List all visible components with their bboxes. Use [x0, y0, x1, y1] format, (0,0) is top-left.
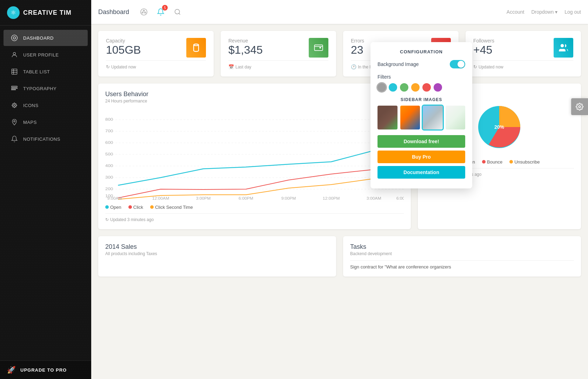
followers-icon [554, 38, 573, 58]
svg-point-18 [15, 104, 16, 105]
chart-section: Users Behavior 24 Hours performance 800 [98, 84, 581, 229]
svg-text:500: 500 [105, 152, 113, 157]
errors-value: 23 [351, 44, 364, 56]
bottom-section: 2014 Sales All products including Taxes … [98, 236, 581, 277]
svg-text:6:00AM: 6:00AM [396, 197, 404, 200]
users-behavior-card: Users Behavior 24 Hours performance 800 [98, 84, 411, 229]
sidebar-item-dashboard[interactable]: DASHBOARD [4, 30, 88, 46]
sidebar-images-row [377, 106, 465, 129]
notifications-button[interactable]: 5 [155, 6, 166, 18]
pie-chart: 20% [471, 99, 527, 155]
revenue-label: Revenue [228, 38, 263, 44]
logo-icon: ⚛ [7, 6, 20, 19]
chart-legend: Open Click Click Second Time [105, 205, 404, 210]
pie-legend-bounce: Bounce [482, 159, 502, 165]
filter-cyan[interactable] [389, 83, 397, 92]
sidebar-images-label: SIDEBAR IMAGES [377, 97, 465, 102]
svg-text:20%: 20% [494, 124, 505, 130]
filter-red[interactable] [422, 83, 431, 92]
filters-section: Filters [377, 74, 465, 92]
svg-point-15 [13, 104, 14, 105]
search-icon[interactable] [172, 6, 183, 18]
revenue-card: Revenue $1,345 📅 Last day [221, 31, 336, 77]
sidebar-item-notifications-label: NOTIFICATIONS [23, 137, 60, 142]
settings-gear-button[interactable] [571, 98, 588, 115]
svg-point-20 [141, 9, 147, 15]
sidebar-item-user-profile-label: USER PROFILE [23, 52, 59, 58]
icons-icon [11, 101, 18, 109]
svg-text:200: 200 [105, 187, 113, 191]
background-image-row: Background Image [377, 60, 465, 68]
user-icon [11, 51, 18, 59]
svg-text:400: 400 [105, 164, 113, 168]
filter-orange[interactable] [411, 83, 420, 92]
filter-colors-row [377, 83, 465, 92]
clock-icon: 🕐 [351, 64, 356, 69]
filter-gray[interactable] [377, 83, 386, 92]
sidebar-item-notifications[interactable]: NOTIFICATIONS [4, 131, 88, 147]
header: Dashboard 5 Account Dropdown ▾ Log out [91, 0, 588, 24]
sidebar-image-3[interactable] [423, 106, 443, 129]
table-icon [11, 68, 18, 75]
sidebar: ⚛ CREATIVE TIM DASHBOARD USER PROFILE TA… [0, 0, 91, 379]
sidebar-image-1[interactable] [377, 106, 397, 129]
svg-point-22 [142, 12, 143, 13]
palette-icon[interactable] [138, 6, 149, 18]
sidebar-logo: ⚛ CREATIVE TIM [0, 0, 91, 26]
chevron-down-icon: ▾ [555, 9, 557, 15]
svg-rect-26 [314, 45, 322, 51]
capacity-footer: ↻ Updated now [106, 60, 206, 69]
sidebar-image-2[interactable] [400, 106, 420, 129]
filter-green[interactable] [400, 83, 408, 92]
documentation-button[interactable]: Documentation [377, 166, 465, 179]
dropdown-menu[interactable]: Dropdown ▾ [531, 9, 557, 15]
errors-label: Errors [351, 38, 364, 44]
typography-icon [11, 85, 18, 92]
tasks-card: Tasks Backend development Sign contract … [343, 236, 581, 277]
logout-button[interactable]: Log out [564, 9, 581, 15]
background-image-toggle[interactable] [450, 60, 465, 68]
upgrade-to-pro-button[interactable]: 🚀 UPGRADE TO PRO [0, 360, 91, 379]
buy-pro-button[interactable]: Buy Pro [377, 151, 465, 163]
svg-point-10 [14, 105, 15, 106]
tasks-title: Tasks [350, 243, 574, 251]
svg-point-55 [579, 106, 581, 108]
chart-title: Users Behavior [105, 91, 404, 98]
legend-click2: Click Second Time [150, 205, 193, 210]
page-content: Capacity 105GB ↻ Updated now Revenue [91, 24, 588, 379]
svg-point-19 [14, 120, 15, 122]
svg-rect-3 [12, 69, 17, 74]
calendar-icon: 📅 [228, 64, 234, 69]
dropdown-label: Dropdown [531, 9, 554, 15]
svg-text:600: 600 [105, 140, 113, 145]
sidebar-item-typography[interactable]: TYPOGRAPHY [4, 80, 88, 97]
chart-subtitle: 24 Hours performance [105, 99, 404, 104]
svg-point-1 [13, 37, 16, 39]
revenue-footer: 📅 Last day [228, 60, 328, 69]
revenue-value: $1,345 [228, 44, 263, 56]
dashboard-icon [11, 34, 18, 42]
sidebar-item-typography-label: TYPOGRAPHY [23, 86, 56, 91]
maps-icon [11, 118, 18, 126]
sidebar-item-table-list[interactable]: TABLE LIST [4, 64, 88, 80]
filter-purple[interactable] [434, 83, 442, 92]
sidebar-item-icons[interactable]: ICONS [4, 97, 88, 113]
account-link[interactable]: Account [507, 9, 524, 15]
sidebar-item-user-profile[interactable]: USER PROFILE [4, 47, 88, 63]
svg-point-17 [13, 106, 14, 107]
sidebar-image-4[interactable] [446, 106, 466, 129]
sales-card: 2014 Sales All products including Taxes [98, 236, 336, 277]
legend-open: Open [105, 205, 121, 210]
svg-text:800: 800 [105, 117, 113, 122]
download-free-button[interactable]: Download free! [377, 135, 465, 148]
capacity-icon [186, 38, 206, 58]
svg-point-12 [14, 107, 15, 108]
sidebar-item-maps[interactable]: MAPS [4, 114, 88, 130]
legend-click: Click [128, 205, 143, 210]
chart-footer: ↻ Updated 3 minutes ago [105, 213, 404, 222]
followers-card: Followers +45 ↻ Updated now [466, 31, 581, 77]
capacity-footer-text: Updated now [111, 65, 136, 69]
svg-rect-8 [12, 88, 18, 88]
toggle-knob [457, 61, 465, 68]
capacity-value: 105GB [106, 44, 141, 56]
